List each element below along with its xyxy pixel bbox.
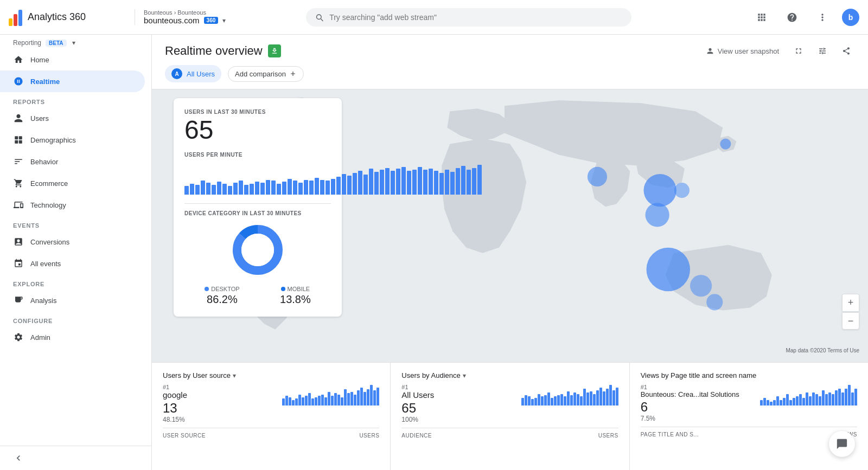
zoom-out-button[interactable]: − bbox=[842, 312, 859, 330]
svg-point-17 bbox=[720, 139, 731, 150]
top-header: Analytics 360 Bounteous › Bounteous boun… bbox=[0, 0, 868, 35]
sidebar-label-realtime: Realtime bbox=[30, 78, 60, 86]
page-title-row: #1 Bounteous: Crea...ital Solutions 6 7.… bbox=[641, 384, 857, 422]
all-users-chip[interactable]: A All Users bbox=[165, 65, 221, 82]
conversions-icon bbox=[13, 236, 24, 247]
search-icon bbox=[315, 12, 324, 22]
all-users-label: All Users bbox=[187, 70, 215, 78]
logo-bar-red bbox=[14, 14, 17, 26]
help-button[interactable] bbox=[781, 7, 803, 28]
page-title-sparkline bbox=[760, 384, 857, 405]
sidebar-item-users[interactable]: Users bbox=[0, 107, 145, 129]
user-source-card: Users by User source ▾ #1 google 13 48.1… bbox=[152, 363, 391, 470]
mobile-label: MOBILE bbox=[288, 286, 310, 292]
svg-point-8 bbox=[647, 248, 690, 291]
users-per-min-chart bbox=[184, 162, 331, 195]
device-legend: DESKTOP 86.2% MOBILE 13.8% bbox=[184, 286, 331, 306]
reporting-dropdown-icon[interactable]: ▾ bbox=[72, 39, 75, 47]
breadcrumb-main[interactable]: bounteous.com 360 ▾ bbox=[144, 16, 243, 25]
user-source-row: #1 google 13 48.15% bbox=[163, 384, 379, 423]
user-source-headers: USER SOURCE USERS bbox=[163, 428, 379, 439]
sidebar-item-technology[interactable]: Technology bbox=[0, 194, 145, 216]
page-title-value: 6 bbox=[641, 400, 739, 415]
customize-button[interactable] bbox=[814, 43, 831, 59]
sidebar-item-home[interactable]: Home bbox=[0, 49, 145, 70]
sidebar-item-ecommerce[interactable]: Ecommerce bbox=[0, 172, 145, 194]
fullscreen-button[interactable] bbox=[790, 43, 807, 59]
page-title-headers: PAGE TITLE AND S... VIEWS bbox=[641, 427, 857, 437]
realtime-icon bbox=[13, 76, 24, 87]
users-count: 65 bbox=[184, 117, 331, 143]
property-dropdown-icon[interactable]: ▾ bbox=[222, 17, 226, 24]
main-layout: Reporting BETA ▾ Home Realtime REPORTS U… bbox=[0, 35, 868, 470]
svg-point-6 bbox=[588, 167, 607, 186]
breadcrumb-area: Bounteous › Bounteous bounteous.com 360 … bbox=[135, 9, 243, 25]
svg-rect-2 bbox=[15, 140, 18, 144]
user-source-dropdown-icon[interactable]: ▾ bbox=[233, 372, 236, 379]
svg-rect-1 bbox=[19, 136, 22, 139]
technology-icon bbox=[13, 199, 24, 210]
search-bar[interactable] bbox=[306, 8, 631, 27]
svg-point-5 bbox=[643, 174, 676, 207]
mobile-legend: MOBILE 13.8% bbox=[280, 286, 311, 306]
search-input[interactable] bbox=[329, 13, 623, 22]
user-source-value: 13 bbox=[163, 401, 187, 416]
sidebar-item-admin[interactable]: Admin bbox=[0, 326, 145, 348]
realtime-export-icon[interactable] bbox=[268, 44, 281, 57]
audience-card: Users by Audience ▾ #1 All Users 65 100%… bbox=[391, 363, 629, 470]
sidebar-item-demographics[interactable]: Demographics bbox=[0, 129, 145, 151]
logo-area: Analytics 360 bbox=[9, 9, 128, 26]
view-snapshot-button[interactable]: View user snapshot bbox=[701, 43, 783, 59]
svg-point-22 bbox=[241, 234, 274, 266]
chat-button[interactable] bbox=[829, 431, 855, 457]
audience-percent: 100% bbox=[401, 416, 434, 423]
avatar[interactable]: b bbox=[842, 9, 859, 26]
sidebar-item-conversions[interactable]: Conversions bbox=[0, 231, 145, 253]
sidebar-item-all-events[interactable]: All events bbox=[0, 253, 145, 274]
events-section-header: EVENTS bbox=[0, 216, 151, 231]
more-options-button[interactable] bbox=[812, 7, 833, 28]
user-source-title: Users by User source ▾ bbox=[163, 371, 379, 379]
audience-dropdown-icon[interactable]: ▾ bbox=[463, 372, 466, 379]
property-name: bounteous.com bbox=[144, 16, 200, 25]
sidebar-label-conversions: Conversions bbox=[30, 238, 69, 246]
map-credits: Map data ©2020 Terms of Use bbox=[786, 347, 859, 353]
mobile-value: 13.8% bbox=[280, 293, 311, 306]
content-area: Realtime overview View user snapshot bbox=[152, 35, 868, 470]
sidebar-item-analysis[interactable]: Analysis bbox=[0, 289, 145, 311]
device-category-label: DEVICE CATEGORY IN LAST 30 MINUTES bbox=[184, 210, 331, 216]
header-actions: b bbox=[751, 7, 859, 28]
page-title-title: Views by Page title and screen name bbox=[641, 371, 857, 379]
add-comparison-label: Add comparison bbox=[235, 70, 286, 78]
view-snapshot-label: View user snapshot bbox=[718, 47, 779, 55]
sidebar: Reporting BETA ▾ Home Realtime REPORTS U… bbox=[0, 35, 152, 470]
desktop-label: DESKTOP bbox=[211, 286, 239, 292]
users-per-min-label: USERS PER MINUTE bbox=[184, 152, 331, 158]
realtime-actions: View user snapshot bbox=[701, 43, 855, 59]
map-controls: + − bbox=[842, 294, 859, 330]
user-source-name: google bbox=[163, 390, 187, 400]
app-title: Analytics 360 bbox=[28, 11, 86, 23]
share-button[interactable] bbox=[838, 43, 855, 59]
reporting-label: Reporting BETA ▾ bbox=[0, 35, 151, 49]
sidebar-item-behavior[interactable]: Behavior bbox=[0, 151, 145, 172]
desktop-dot bbox=[205, 287, 209, 291]
breadcrumb-top: Bounteous › Bounteous bbox=[144, 9, 243, 16]
sidebar-label-technology: Technology bbox=[30, 201, 66, 209]
sidebar-collapse-button[interactable] bbox=[0, 446, 151, 470]
ecommerce-icon bbox=[13, 178, 24, 189]
page-title-card: Views by Page title and screen name #1 B… bbox=[630, 363, 868, 470]
page-title-name: Bounteous: Crea...ital Solutions bbox=[641, 390, 739, 398]
bottom-cards: Users by User source ▾ #1 google 13 48.1… bbox=[152, 362, 868, 470]
apps-grid-button[interactable] bbox=[751, 7, 773, 28]
zoom-in-button[interactable]: + bbox=[842, 294, 859, 311]
beta-badge: BETA bbox=[46, 40, 66, 47]
svg-point-9 bbox=[690, 275, 712, 297]
desktop-value: 86.2% bbox=[207, 293, 238, 306]
sidebar-item-realtime[interactable]: Realtime bbox=[0, 70, 145, 92]
logo-icon bbox=[9, 9, 22, 26]
donut-chart bbox=[184, 223, 331, 277]
add-comparison-button[interactable]: Add comparison bbox=[228, 66, 304, 82]
audience-rank: #1 bbox=[401, 384, 434, 390]
behavior-icon bbox=[13, 156, 24, 167]
